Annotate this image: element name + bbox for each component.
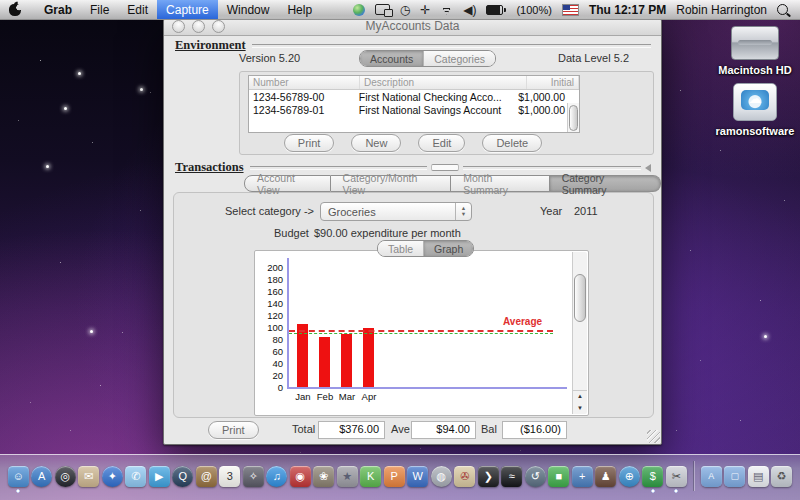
dock-photo-booth-icon[interactable]: ✧ <box>243 466 264 487</box>
menu-help[interactable]: Help <box>278 0 321 19</box>
displays-icon[interactable] <box>375 4 390 15</box>
menu-file[interactable]: File <box>81 0 118 19</box>
dock-imovie-icon[interactable]: ★ <box>337 466 358 487</box>
splitter-grip[interactable] <box>431 164 459 171</box>
dock-keynote-icon[interactable]: K <box>360 466 381 487</box>
accessibility-icon[interactable]: ✛ <box>420 4 430 16</box>
tab-category-month-view[interactable]: Category/Month View <box>331 175 452 192</box>
spotlight-icon[interactable] <box>777 4 788 15</box>
dock-documents-stack-icon[interactable]: ▤ <box>748 466 769 487</box>
window-resize-grip[interactable] <box>647 430 660 443</box>
accounts-table-header[interactable]: Number Description Initial <box>249 76 579 90</box>
dock-trash-icon[interactable]: ♻ <box>771 466 792 487</box>
user-menu[interactable]: Robin Harrington <box>676 3 767 17</box>
collapse-arrow-icon[interactable] <box>645 164 651 172</box>
tab-table-view[interactable]: Table <box>378 241 423 256</box>
category-summary-panel: Select category -> Groceries ▲▼ Year 201… <box>173 192 654 418</box>
category-popup-menu[interactable]: Groceries ▲▼ <box>320 202 472 221</box>
print-graph-button[interactable]: Print <box>208 421 259 439</box>
y-axis-tick: 20 <box>257 370 283 381</box>
new-button[interactable]: New <box>351 134 401 152</box>
volume-icon[interactable]: ◀) <box>463 4 476 16</box>
tab-graph-view[interactable]: Graph <box>423 241 473 256</box>
dock-activity-monitor-icon[interactable]: ≈ <box>501 466 522 487</box>
input-language-flag-icon[interactable] <box>562 4 579 16</box>
dock-iphoto-icon[interactable]: ❀ <box>313 466 334 487</box>
tab-accounts[interactable]: Accounts <box>360 51 423 66</box>
table-row[interactable]: 1234-56789-00 First National Checking Ac… <box>249 90 579 103</box>
dock-time-machine-icon[interactable]: ↺ <box>525 466 546 487</box>
dock-dvd-player-icon[interactable]: ◉ <box>290 466 311 487</box>
scrollbar-thumb[interactable] <box>574 274 586 322</box>
scrollbar-arrows[interactable]: ▲▼ <box>573 390 587 413</box>
table-row[interactable]: 1234-56789-01 First National Savings Acc… <box>249 103 579 116</box>
battery-icon[interactable] <box>486 5 506 15</box>
dock-messenger-icon[interactable]: ◍ <box>431 466 452 487</box>
print-button[interactable]: Print <box>284 134 335 152</box>
dock-mail-icon[interactable]: ✉ <box>78 466 99 487</box>
dock-quicktime-icon[interactable]: Q <box>172 466 193 487</box>
column-initial[interactable]: Initial <box>527 76 579 89</box>
dock-certificate-icon[interactable]: ✇ <box>454 466 475 487</box>
battery-percent: (100%) <box>516 4 551 16</box>
dock-dashboard-icon[interactable]: ◎ <box>55 466 76 487</box>
star <box>764 335 767 338</box>
chart-scrollbar[interactable]: ▲▼ <box>572 252 587 414</box>
column-number[interactable]: Number <box>249 76 360 89</box>
dock-earth-app-icon[interactable]: ⊕ <box>619 466 640 487</box>
menu-clock[interactable]: Thu 12:17 PM <box>589 3 666 17</box>
menu-window[interactable]: Window <box>218 0 279 19</box>
dock-green-cube-app-icon[interactable]: ■ <box>548 466 569 487</box>
bar-apr <box>363 328 374 387</box>
dock-word-icon[interactable]: W <box>407 466 428 487</box>
average-line-label: Average <box>503 316 542 327</box>
dock-address-book-icon[interactable]: @ <box>196 466 217 487</box>
network-globe-icon[interactable] <box>353 4 365 16</box>
desktop-icon-macintosh-hd[interactable]: Macintosh HD <box>715 26 795 76</box>
dock-safari-icon[interactable]: ✦ <box>102 466 123 487</box>
dock-grab-icon[interactable]: ✂ <box>666 466 687 487</box>
delete-button[interactable]: Delete <box>482 134 542 152</box>
x-axis-tick: Feb <box>313 391 337 402</box>
year-value: 2011 <box>574 205 598 217</box>
bal-field[interactable]: ($16.00) <box>502 421 567 439</box>
wifi-icon[interactable] <box>440 5 453 15</box>
cell-description: First National Checking Acco... <box>355 91 514 103</box>
dock-documents-folder-icon[interactable]: ▢ <box>724 466 745 487</box>
tab-month-summary[interactable]: Month Summary <box>451 175 550 192</box>
tab-categories[interactable]: Categories <box>423 51 495 66</box>
desktop-icon-ramonsoftware[interactable]: ramonsoftware <box>715 83 795 137</box>
tab-account-view[interactable]: Account View <box>244 175 331 192</box>
dock-cash-register-app-icon[interactable]: $ <box>642 466 663 487</box>
dock-finder-icon[interactable]: ☺ <box>8 466 29 487</box>
dock-terminal-icon[interactable]: ❯ <box>478 466 499 487</box>
menu-capture[interactable]: Capture <box>157 0 218 19</box>
menu-bar: Grab File Edit Capture Window Help ◷ ✛ ◀… <box>0 0 800 20</box>
dock-applications-folder-icon[interactable]: A <box>701 466 722 487</box>
dock-ichat-icon[interactable]: ✆ <box>125 466 146 487</box>
ave-field[interactable]: $94.00 <box>411 421 476 439</box>
total-field[interactable]: $376.00 <box>318 421 385 439</box>
edit-button[interactable]: Edit <box>418 134 465 152</box>
time-machine-icon[interactable]: ◷ <box>400 4 410 16</box>
dock-xcode-icon[interactable]: + <box>572 466 593 487</box>
dock-game-character-icon[interactable]: ♟ <box>595 466 616 487</box>
tab-category-summary[interactable]: Category Summary <box>550 175 661 192</box>
dock-itunes-icon[interactable]: ♫ <box>266 466 287 487</box>
dock-facetime-icon[interactable]: ▶ <box>149 466 170 487</box>
dock-powerpoint-icon[interactable]: P <box>384 466 405 487</box>
y-axis-tick: 0 <box>257 382 283 393</box>
column-description[interactable]: Description <box>360 76 527 89</box>
table-scrollbar[interactable] <box>567 103 579 132</box>
dock-app-store-icon[interactable]: A <box>31 466 52 487</box>
menu-grab[interactable]: Grab <box>35 0 81 19</box>
dock-ical-icon[interactable]: 3 <box>219 466 240 487</box>
scrollbar-thumb[interactable] <box>569 105 578 131</box>
budget-value: $90.00 expenditure per month <box>314 227 461 239</box>
totals-row: Print Total $376.00 Ave $94.00 Bal ($16.… <box>164 421 661 439</box>
total-label: Total <box>292 423 315 435</box>
menu-edit[interactable]: Edit <box>118 0 157 19</box>
cell-initial: $1,000.00 <box>514 91 579 103</box>
apple-menu-icon[interactable] <box>9 4 21 16</box>
accounts-table[interactable]: Number Description Initial 1234-56789-00… <box>248 75 580 133</box>
